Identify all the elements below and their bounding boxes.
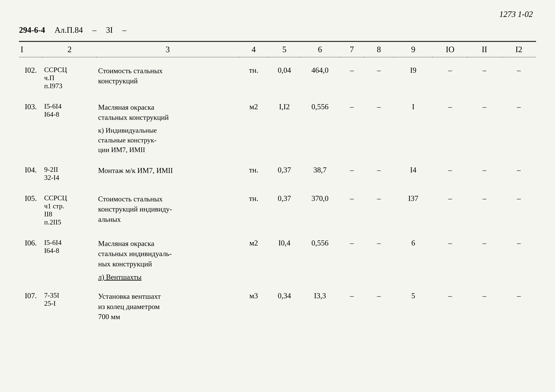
col-header-6: 6 — [300, 41, 340, 57]
row-106-col5: I0,4 — [269, 236, 300, 271]
table-row-102: I02. ССРСЦ ч.П п.I973 Стоимость стальных… — [19, 64, 536, 92]
header-line: 294-6-4 Ал.П.84 – 3I – — [19, 25, 536, 35]
row-102-col8: – — [364, 64, 394, 92]
row-103-col5: I,I2 — [269, 100, 300, 125]
row-103-col8: – — [364, 100, 394, 125]
row-103-col6: 0,556 — [300, 100, 340, 125]
spacer-row-5 — [19, 228, 536, 236]
col-header-8: 8 — [364, 41, 394, 57]
row-105-unit: тн. — [239, 192, 268, 228]
col-header-12: I2 — [502, 41, 536, 57]
row-105-col10: – — [433, 192, 467, 228]
row-106-ref: I5-6I4 I64-8 — [43, 236, 96, 271]
row-102-col7: – — [340, 64, 364, 92]
row-105-col5: 0,37 — [269, 192, 300, 228]
header-num: 3I — [106, 25, 113, 35]
row-104-col8: – — [364, 163, 394, 184]
row-105-col8: – — [364, 192, 394, 228]
spacer-row-4 — [19, 184, 536, 192]
table-row-105: I05. ССРСЦ ч1 стр. II8 п.2II5 Стоимость … — [19, 192, 536, 228]
col-header-7: 7 — [340, 41, 364, 57]
row-107-col9: 5 — [394, 289, 433, 324]
header-separator1: – — [92, 25, 96, 35]
table-row-103: I03. I5-6I4 I64-8 Масляная окраска сталь… — [19, 100, 536, 125]
row-106-col6: 0,556 — [300, 236, 340, 271]
row-107-col6: I3,3 — [300, 289, 340, 324]
row-106-col7: – — [340, 236, 364, 271]
row-105-col9: I37 — [394, 192, 433, 228]
table-row-106-note: л) Вентшахты — [19, 271, 536, 283]
col-header-10: IO — [433, 41, 467, 57]
row-104-unit: тн. — [239, 163, 268, 184]
col-header-3: 3 — [96, 41, 239, 57]
row-106-col12: – — [502, 236, 536, 271]
row-102-col9: I9 — [394, 64, 433, 92]
table-header-row: I 2 3 4 5 6 7 8 9 IO II I2 — [19, 41, 536, 57]
row-102-unit: тн. — [239, 64, 268, 92]
table-row-107: I07. 7-35I 25-I Установка вентшахт из ко… — [19, 289, 536, 324]
row-107-desc: Установка вентшахт из колец диаметром 70… — [96, 289, 239, 324]
page: 1273 1-02 294-6-4 Ал.П.84 – 3I – I 2 — [0, 0, 555, 392]
row-102-col10: – — [433, 64, 467, 92]
col-header-1: I — [19, 41, 43, 57]
row-104-desc: Монтаж м/к ИМ7, ИМII — [96, 163, 239, 184]
spacer-row-1 — [19, 57, 536, 64]
row-104-col7: – — [340, 163, 364, 184]
header-ref: 294-6-4 — [19, 25, 45, 35]
row-103-ref: I5-6I4 I64-8 — [43, 100, 96, 125]
row-105-col6: 370,0 — [300, 192, 340, 228]
col-header-4: 4 — [239, 41, 268, 57]
row-102-ref: ССРСЦ ч.П п.I973 — [43, 64, 96, 92]
table-row-104: I04. 9-2II 32-I4 Монтаж м/к ИМ7, ИМII тн… — [19, 163, 536, 184]
header-title: Ал.П.84 — [55, 25, 83, 35]
col-header-11: II — [467, 41, 502, 57]
row-107-col8: – — [364, 289, 394, 324]
row-103-note: к) Индивидуальные стальные конструк- ции… — [96, 125, 239, 157]
row-104-col9: I4 — [394, 163, 433, 184]
row-104-col6: 38,7 — [300, 163, 340, 184]
main-table: I 2 3 4 5 6 7 8 9 IO II I2 I02. С — [19, 41, 536, 324]
row-105-desc: Стоимость стальных конструкций индивиду-… — [96, 192, 239, 228]
row-103-col9: I — [394, 100, 433, 125]
row-107-col5: 0,34 — [269, 289, 300, 324]
row-105-col7: – — [340, 192, 364, 228]
row-106-col8: – — [364, 236, 394, 271]
row-102-id: I02. — [19, 64, 43, 92]
row-103-col10: – — [433, 100, 467, 125]
row-105-id: I05. — [19, 192, 43, 228]
page-number: 1273 1-02 — [499, 9, 533, 19]
col-header-5: 5 — [269, 41, 300, 57]
col-header-9: 9 — [394, 41, 433, 57]
row-102-col12: – — [502, 64, 536, 92]
col-header-2: 2 — [43, 41, 96, 57]
row-106-col10: – — [433, 236, 467, 271]
row-104-col11: – — [467, 163, 502, 184]
row-104-col5: 0,37 — [269, 163, 300, 184]
row-103-col7: – — [340, 100, 364, 125]
row-104-col12: – — [502, 163, 536, 184]
row-105-col11: – — [467, 192, 502, 228]
row-107-col7: – — [340, 289, 364, 324]
row-106-col11: – — [467, 236, 502, 271]
row-106-id: I06. — [19, 236, 43, 271]
row-103-id: I03. — [19, 100, 43, 125]
row-103-unit: м2 — [239, 100, 268, 125]
row-104-ref: 9-2II 32-I4 — [43, 163, 96, 184]
row-105-ref: ССРСЦ ч1 стр. II8 п.2II5 — [43, 192, 96, 228]
spacer-row-6 — [19, 283, 536, 289]
row-107-col11: – — [467, 289, 502, 324]
row-104-id: I04. — [19, 163, 43, 184]
table-row-106: I06. I5-6I4 I64-8 Масляная окраска сталь… — [19, 236, 536, 271]
row-104-col10: – — [433, 163, 467, 184]
row-102-col6: 464,0 — [300, 64, 340, 92]
row-106-unit: м2 — [239, 236, 268, 271]
row-105-col12: – — [502, 192, 536, 228]
row-107-col10: – — [433, 289, 467, 324]
spacer-row-3 — [19, 157, 536, 163]
row-102-desc: Стоимость стальных конструкций — [96, 64, 239, 92]
row-103-col12: – — [502, 100, 536, 125]
row-107-col12: – — [502, 289, 536, 324]
row-106-desc: Масляная окраска стальных индивидуаль- н… — [96, 236, 239, 271]
row-107-unit: м3 — [239, 289, 268, 324]
row-103-col11: – — [467, 100, 502, 125]
